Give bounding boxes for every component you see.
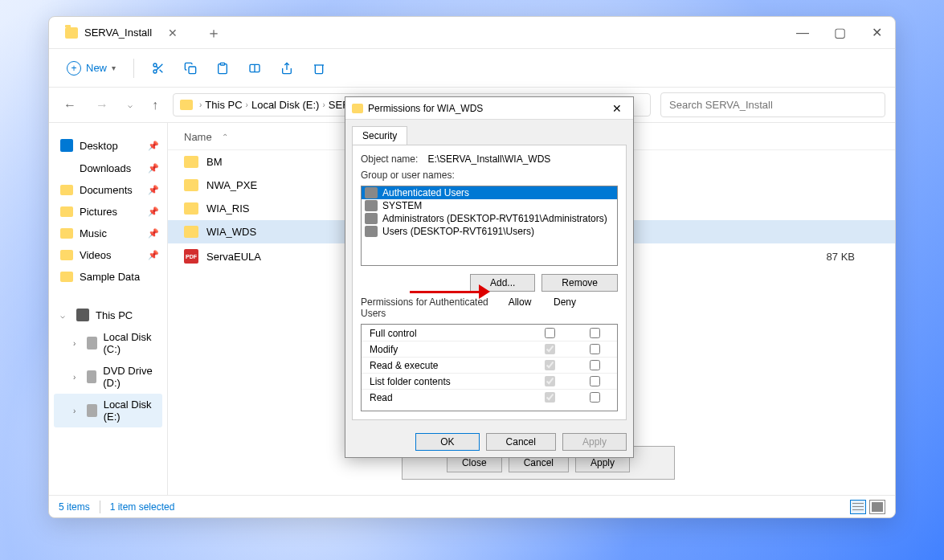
folder-icon xyxy=(352,104,363,113)
icons-view-button[interactable] xyxy=(869,500,885,514)
toolbar: + New ▾ xyxy=(49,49,895,88)
disk-icon xyxy=(87,337,96,349)
pin-icon: 📌 xyxy=(148,163,159,174)
status-items: 5 items xyxy=(59,501,90,513)
folder-icon xyxy=(184,156,198,168)
sidebar-icon xyxy=(60,272,73,282)
status-selected: 1 item selected xyxy=(110,501,175,513)
user-item[interactable]: Users (DESKTOP-RVT6191\Users) xyxy=(362,225,617,238)
sidebar-icon xyxy=(60,139,73,152)
security-tab[interactable]: Security xyxy=(352,126,407,145)
svg-point-1 xyxy=(153,70,157,73)
permission-row: Read xyxy=(362,389,617,405)
sidebar-item[interactable]: Pictures📌 xyxy=(54,201,162,223)
sidebar-icon xyxy=(60,250,73,260)
dialog-title: Permissions for WIA_WDS xyxy=(368,103,483,114)
dialog-titlebar[interactable]: Permissions for WIA_WDS ✕ xyxy=(345,97,633,120)
file-size: 87 KB xyxy=(827,251,855,263)
deny-checkbox[interactable] xyxy=(590,344,600,354)
sidebar-item[interactable]: Downloads📌 xyxy=(54,157,162,179)
search-input[interactable] xyxy=(660,92,885,117)
pin-icon: 📌 xyxy=(148,141,159,151)
plus-icon: + xyxy=(67,61,81,76)
folder-icon xyxy=(180,100,193,110)
ok-button[interactable]: OK xyxy=(415,433,479,451)
svg-rect-6 xyxy=(220,63,224,65)
new-button[interactable]: + New ▾ xyxy=(59,56,124,80)
sidebar-drive[interactable]: ›DVD Drive (D:) xyxy=(54,360,162,394)
sidebar-drive[interactable]: ›Local Disk (E:) xyxy=(54,394,162,427)
forward-button[interactable]: → xyxy=(91,95,113,116)
back-button[interactable]: ← xyxy=(59,95,81,116)
folder-icon xyxy=(184,226,198,238)
recent-button[interactable]: ⌵ xyxy=(123,97,137,112)
apply-button[interactable]: Apply xyxy=(562,433,627,451)
cut-button[interactable] xyxy=(144,54,173,83)
users-icon xyxy=(365,213,378,224)
tab-close-button[interactable]: ✕ xyxy=(168,27,178,39)
sort-indicator: ⌃ xyxy=(222,133,228,141)
sidebar-drive[interactable]: ›Local Disk (C:) xyxy=(54,326,162,360)
permission-row: List folder contents xyxy=(362,373,617,389)
svg-line-4 xyxy=(156,66,158,68)
deny-checkbox[interactable] xyxy=(590,376,600,386)
sidebar-item[interactable]: Documents📌 xyxy=(54,179,162,201)
cancel-button[interactable]: Cancel xyxy=(486,433,556,451)
svg-rect-5 xyxy=(189,67,196,74)
deny-checkbox[interactable] xyxy=(590,392,600,403)
group-label: Group or user names: xyxy=(361,170,618,181)
close-button[interactable]: ✕ xyxy=(858,17,895,49)
user-item[interactable]: Authenticated Users xyxy=(362,186,617,199)
permissions-dialog: Permissions for WIA_WDS ✕ Security Objec… xyxy=(345,96,634,458)
details-view-button[interactable] xyxy=(850,500,866,514)
statusbar: 5 items 1 item selected xyxy=(49,495,895,517)
rename-button[interactable] xyxy=(240,54,269,83)
pin-icon: 📌 xyxy=(148,250,159,260)
sidebar-icon xyxy=(60,206,73,217)
pdf-icon: PDF xyxy=(184,249,198,264)
copy-button[interactable] xyxy=(176,54,205,83)
sidebar: Desktop📌Downloads📌Documents📌Pictures📌Mus… xyxy=(49,123,168,495)
dialog-close-button[interactable]: ✕ xyxy=(607,100,627,116)
maximize-button[interactable]: ▢ xyxy=(821,17,858,49)
permission-row: Modify xyxy=(362,341,617,357)
allow-checkbox[interactable] xyxy=(545,344,555,354)
sidebar-item[interactable]: Videos📌 xyxy=(54,244,162,266)
allow-checkbox[interactable] xyxy=(545,360,555,370)
folder-icon xyxy=(184,202,198,215)
user-list[interactable]: Authenticated UsersSYSTEMAdministrators … xyxy=(361,186,618,266)
user-item[interactable]: Administrators (DESKTOP-RVT6191\Administ… xyxy=(362,212,617,225)
pc-icon xyxy=(76,309,89,321)
user-item[interactable]: SYSTEM xyxy=(362,199,617,212)
disk-icon xyxy=(87,404,96,417)
disk-icon xyxy=(87,370,96,383)
new-tab-button[interactable]: ＋ xyxy=(200,20,227,46)
sidebar-icon xyxy=(60,161,73,174)
allow-checkbox[interactable] xyxy=(545,376,555,386)
deny-checkbox[interactable] xyxy=(590,328,600,338)
object-name-value: E:\SERVA_Install\WIA_WDS xyxy=(427,153,550,165)
tab-title: SERVA_Install xyxy=(84,27,152,39)
allow-checkbox[interactable] xyxy=(545,328,555,338)
minimize-button[interactable]: — xyxy=(784,17,821,49)
remove-button[interactable]: Remove xyxy=(541,274,618,292)
window-tab[interactable]: SERVA_Install ✕ xyxy=(52,18,190,48)
share-button[interactable] xyxy=(272,54,301,83)
sidebar-icon xyxy=(60,185,73,195)
svg-point-0 xyxy=(153,63,157,67)
allow-checkbox[interactable] xyxy=(545,392,555,403)
add-button[interactable]: Add... xyxy=(470,274,535,292)
sidebar-item[interactable]: Desktop📌 xyxy=(54,134,162,157)
sidebar-item[interactable]: Music📌 xyxy=(54,223,162,244)
paste-button[interactable] xyxy=(208,54,237,83)
delete-button[interactable] xyxy=(304,54,333,83)
deny-checkbox[interactable] xyxy=(590,360,600,370)
pin-icon: 📌 xyxy=(148,228,159,239)
sidebar-this-pc[interactable]: ⌵ This PC xyxy=(54,304,162,326)
up-button[interactable]: ↑ xyxy=(147,95,163,116)
permission-row: Read & execute xyxy=(362,357,617,373)
pin-icon: 📌 xyxy=(148,185,159,195)
titlebar: SERVA_Install ✕ ＋ — ▢ ✕ xyxy=(49,17,895,49)
object-name-label: Object name: xyxy=(361,153,418,165)
sidebar-item[interactable]: Sample Data xyxy=(54,266,162,288)
